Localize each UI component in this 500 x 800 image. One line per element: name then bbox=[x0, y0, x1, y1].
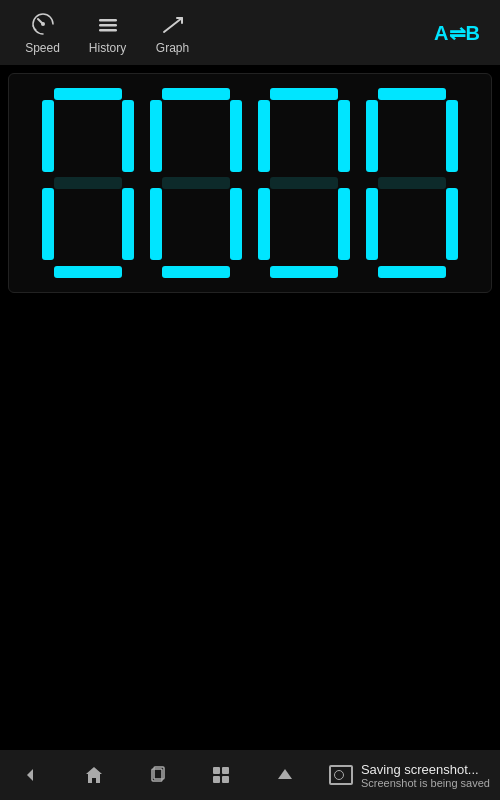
seg-1-mid bbox=[54, 177, 122, 189]
ab-swap-button[interactable]: A⇌B bbox=[434, 21, 490, 45]
graph-icon bbox=[159, 11, 187, 39]
system-bar: Saving screenshot... Screenshot is being… bbox=[0, 750, 500, 800]
seg-4-tr bbox=[446, 100, 458, 172]
digit-2 bbox=[146, 88, 246, 278]
seg-4-bot bbox=[378, 266, 446, 278]
screenshot-text: Saving screenshot... Screenshot is being… bbox=[361, 762, 490, 789]
graph-tab-label: Graph bbox=[156, 41, 189, 55]
svg-point-0 bbox=[41, 22, 45, 26]
seg-2-tl bbox=[150, 100, 162, 172]
graph-tab[interactable]: Graph bbox=[140, 0, 205, 65]
back-button[interactable] bbox=[10, 755, 50, 795]
speed-tab[interactable]: Speed bbox=[10, 0, 75, 65]
main-content-area bbox=[0, 301, 500, 741]
speedometer-icon bbox=[29, 11, 57, 39]
seg-4-bl bbox=[366, 188, 378, 260]
digit-4 bbox=[362, 88, 462, 278]
seg-3-tr bbox=[338, 100, 350, 172]
seg-4-top bbox=[378, 88, 446, 100]
seg-2-bl bbox=[150, 188, 162, 260]
seg-2-bot bbox=[162, 266, 230, 278]
history-tab[interactable]: History bbox=[75, 0, 140, 65]
seg-1-br bbox=[122, 188, 134, 260]
history-icon bbox=[94, 11, 122, 39]
seg-4-br bbox=[446, 188, 458, 260]
seg-3-bl bbox=[258, 188, 270, 260]
seg-3-br bbox=[338, 188, 350, 260]
grid-button[interactable] bbox=[201, 755, 241, 795]
seg-1-tl bbox=[42, 100, 54, 172]
seg-2-tr bbox=[230, 100, 242, 172]
seg-3-tl bbox=[258, 100, 270, 172]
svg-rect-2 bbox=[99, 24, 117, 27]
screenshot-subtitle: Screenshot is being saved bbox=[361, 777, 490, 789]
seg-1-bl bbox=[42, 188, 54, 260]
seg-3-top bbox=[270, 88, 338, 100]
digit-display bbox=[8, 73, 492, 293]
recents-button[interactable] bbox=[138, 755, 178, 795]
display-area bbox=[0, 65, 500, 301]
toolbar: Speed History Graph A⇌B bbox=[0, 0, 500, 65]
seg-2-mid bbox=[162, 177, 230, 189]
screenshot-title: Saving screenshot... bbox=[361, 762, 490, 777]
svg-rect-9 bbox=[222, 776, 229, 783]
speed-tab-label: Speed bbox=[25, 41, 60, 55]
history-tab-label: History bbox=[89, 41, 126, 55]
seg-2-top bbox=[162, 88, 230, 100]
seg-1-top bbox=[54, 88, 122, 100]
seg-1-bot bbox=[54, 266, 122, 278]
seg-2-br bbox=[230, 188, 242, 260]
svg-rect-1 bbox=[99, 19, 117, 22]
seg-3-mid bbox=[270, 177, 338, 189]
seg-3-bot bbox=[270, 266, 338, 278]
digit-3 bbox=[254, 88, 354, 278]
screenshot-notice: Saving screenshot... Screenshot is being… bbox=[329, 762, 490, 789]
svg-rect-3 bbox=[99, 29, 117, 32]
seg-4-mid bbox=[378, 177, 446, 189]
svg-rect-8 bbox=[213, 776, 220, 783]
seg-1-tr bbox=[122, 100, 134, 172]
screenshot-icon bbox=[329, 765, 353, 785]
up-button[interactable] bbox=[265, 755, 305, 795]
digit-1 bbox=[38, 88, 138, 278]
home-button[interactable] bbox=[74, 755, 114, 795]
seg-4-tl bbox=[366, 100, 378, 172]
svg-rect-6 bbox=[213, 767, 220, 774]
svg-rect-7 bbox=[222, 767, 229, 774]
